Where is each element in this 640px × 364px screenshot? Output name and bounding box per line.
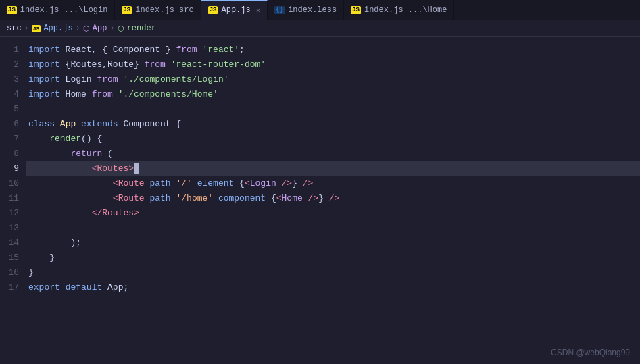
line-num: 16 [0, 265, 19, 280]
tab-index-src[interactable]: JS index.js src [115, 0, 201, 20]
tab-label: App.js [221, 5, 250, 15]
line-num: 6 [0, 117, 19, 132]
code-line: } [26, 251, 640, 265]
code-line: render() { [26, 132, 640, 147]
tab-label: index.js ...\Home [364, 5, 447, 15]
tab-less-icon: {} [274, 6, 285, 14]
breadcrumb-method-icon: ⬡ [118, 24, 124, 33]
code-line-active: <Routes> [26, 161, 640, 176]
tab-index-login[interactable]: JS index.js ...\Login [0, 0, 115, 20]
line-num: 14 [0, 236, 19, 251]
tab-index-less[interactable]: {} index.less [268, 0, 344, 20]
code-line: export default App; [26, 280, 640, 295]
tab-js-icon: JS [351, 6, 361, 14]
code-line: } [26, 265, 640, 280]
line-num: 13 [0, 221, 19, 236]
line-num: 17 [0, 280, 19, 295]
code-content[interactable]: import React, { Component } from 'react'… [26, 37, 640, 362]
line-num: 11 [0, 191, 19, 206]
line-num: 2 [0, 57, 19, 72]
code-editor[interactable]: 1 2 3 4 5 6 7 8 9 10 11 12 13 14 15 16 1… [0, 37, 640, 362]
breadcrumb-method: render [127, 24, 156, 33]
tab-js-icon: JS [7, 6, 17, 14]
tab-label: index.js ...\Login [20, 5, 108, 15]
tab-index-home[interactable]: JS index.js ...\Home [344, 0, 454, 20]
tab-close-button[interactable]: ✕ [256, 6, 261, 15]
breadcrumb-class: App [93, 24, 107, 33]
code-line [26, 221, 640, 236]
tab-app-js[interactable]: JS App.js ✕ [201, 0, 268, 20]
breadcrumb-js-icon: JS [32, 25, 41, 32]
line-num: 1 [0, 43, 19, 57]
text-cursor [134, 163, 139, 174]
code-line: ); [26, 236, 640, 251]
watermark: CSDN @webQiang99 [551, 348, 630, 357]
code-line: import Home from './components/Home' [26, 87, 640, 102]
code-line: import React, { Component } from 'react'… [26, 43, 640, 57]
breadcrumb-src: src [7, 24, 22, 33]
breadcrumb-sep2: › [76, 24, 80, 33]
line-num: 5 [0, 102, 19, 117]
code-line: return ( [26, 147, 640, 161]
code-line: <Route path='/' element={<Login />} /> [26, 176, 640, 191]
code-line: <Route path='/home' component={<Home />}… [26, 191, 640, 206]
line-num: 9 [0, 161, 19, 176]
tab-js-icon: JS [208, 6, 218, 14]
code-line: </Routes> [26, 206, 640, 221]
line-num: 15 [0, 251, 19, 265]
code-line: class App extends Component { [26, 117, 640, 132]
line-num: 12 [0, 206, 19, 221]
line-num: 10 [0, 176, 19, 191]
tab-bar: JS index.js ...\Login JS index.js src JS… [0, 0, 640, 20]
breadcrumb: src › JS App.js › ⬡ App › ⬡ render [0, 20, 640, 37]
line-num: 4 [0, 87, 19, 102]
code-line: import Login from './components/Login' [26, 72, 640, 87]
breadcrumb-sep3: › [109, 24, 114, 33]
tab-label: index.less [288, 5, 337, 15]
breadcrumb-file: App.js [43, 24, 72, 33]
line-num: 7 [0, 132, 19, 147]
line-num: 8 [0, 147, 19, 161]
line-numbers: 1 2 3 4 5 6 7 8 9 10 11 12 13 14 15 16 1… [0, 37, 26, 362]
tab-label: index.js src [135, 5, 193, 15]
code-line [26, 102, 640, 117]
code-line: import {Routes,Route} from 'react-router… [26, 57, 640, 72]
line-num: 3 [0, 72, 19, 87]
breadcrumb-sep1: › [24, 24, 29, 33]
breadcrumb-class-icon: ⬡ [83, 24, 90, 33]
tab-js-icon: JS [122, 6, 132, 14]
